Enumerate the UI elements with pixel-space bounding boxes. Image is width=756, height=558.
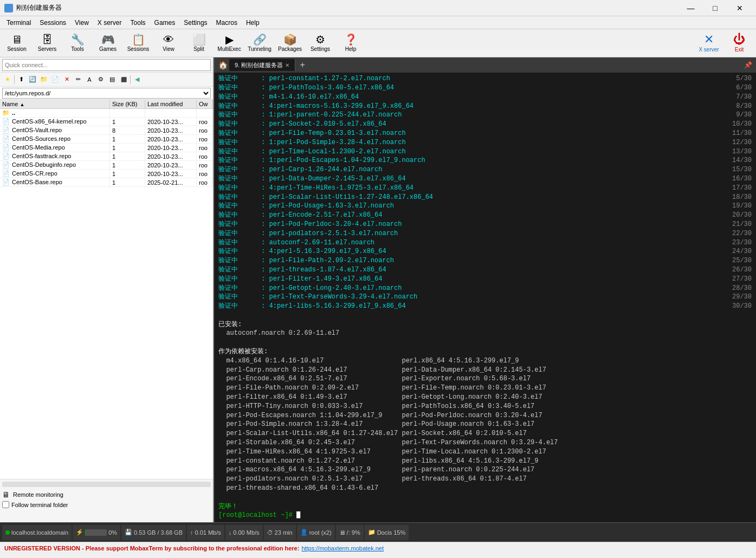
toolbar-xserver[interactable]: ✕ X server xyxy=(694,30,723,56)
toolbar-games[interactable]: 🎮 Games xyxy=(93,30,122,56)
toolbar-servers[interactable]: 🗄 Servers xyxy=(33,30,62,56)
table-row[interactable]: 📄CentOS-Debuginfo.repo12020-10-23...roo xyxy=(0,161,213,170)
menu-games[interactable]: Games xyxy=(150,17,180,29)
scrollbar[interactable] xyxy=(2,482,211,487)
uptime-icon: ⏱ xyxy=(267,529,273,536)
rename-btn[interactable]: ✏ xyxy=(73,74,83,85)
menu-help[interactable]: Help xyxy=(242,17,264,29)
file-name-cell: 📁.. xyxy=(0,109,110,118)
status-uptime[interactable]: ⏱ 23 min xyxy=(264,525,296,540)
file-name-cell: 📄CentOS-Media.repo xyxy=(0,144,110,152)
terminal-line: perl-Filter.x86_64 0:1.49-3.el7 perl-Get… xyxy=(218,393,752,402)
terminal-line: 作为依赖被安装: xyxy=(218,347,752,356)
path-select[interactable]: /etc/yum.repos.d/ xyxy=(2,88,211,99)
toolbar-view[interactable]: 👁 View xyxy=(154,30,183,56)
tab-close-button[interactable]: ✕ xyxy=(285,62,289,68)
file-owner-cell: roo xyxy=(197,135,213,144)
toolbar-multiexec[interactable]: ▶ MultiExec xyxy=(215,30,244,56)
table-row[interactable]: 📄CentOS-Base.repo12025-02-21...roo xyxy=(0,178,213,187)
file-modified-cell: 2025-02-21... xyxy=(145,178,197,187)
terminal-line: 验证中 : perl-Carp-1.26-244.el7.noarch15/30 xyxy=(218,165,752,174)
new-folder-btn[interactable]: 📁 xyxy=(38,74,49,85)
filter-btn[interactable]: A xyxy=(84,74,95,85)
view-btn[interactable]: ▤ xyxy=(107,74,118,85)
status-net-up[interactable]: ↑ 0.01 Mb/s xyxy=(187,525,224,540)
unregistered-label: UNREGISTERED VERSION - Please support Mo… xyxy=(4,545,299,551)
col-modified[interactable]: Last modified xyxy=(145,100,197,109)
table-row[interactable]: 📄CentOS-Media.repo12020-10-23...roo xyxy=(0,144,213,152)
toolbar-split[interactable]: ⬜ Split xyxy=(184,30,214,56)
toolbar-help[interactable]: ❓ Help xyxy=(336,30,365,56)
config-btn[interactable]: ⚙ xyxy=(95,74,106,85)
table-row[interactable]: 📄CentOS-fasttrack.repo12020-10-23...roo xyxy=(0,152,213,161)
xserver-icon: ✕ xyxy=(704,34,714,46)
toolbar-tools[interactable]: 🔧 Tools xyxy=(63,30,92,56)
toolbar-sessions[interactable]: 📋 Sessions xyxy=(124,30,153,56)
col-owner[interactable]: Ow xyxy=(197,100,213,109)
terminal-line: 验证中 : perl-Socket-2.010-5.el7.x86_6410/3… xyxy=(218,120,752,129)
status-root[interactable]: 👤 root (x2) xyxy=(297,525,335,540)
tools-label: Tools xyxy=(71,46,83,52)
view-icon: 👁 xyxy=(163,34,174,45)
menu-view[interactable]: View xyxy=(70,17,93,29)
file-browser[interactable]: Name ▲ Size (KB) Last modified Ow xyxy=(0,100,213,479)
terminal-line: autoconf.noarch 0:2.69-11.el7 xyxy=(218,329,752,338)
terminal-btn[interactable]: ⬛ xyxy=(118,74,129,85)
xserver-label: X server xyxy=(699,47,719,53)
terminal-tab[interactable]: 9. 刚别创建服务器 ✕ xyxy=(229,59,295,71)
menu-xserver[interactable]: X server xyxy=(93,17,126,29)
minimize-button[interactable]: — xyxy=(679,0,703,16)
status-cpu[interactable]: ⚡ 0% xyxy=(73,525,120,540)
toolbar-packages[interactable]: 📦 Packages xyxy=(275,30,305,56)
sftp-icon: 📁 xyxy=(368,529,376,536)
refresh-btn[interactable]: 🔄 xyxy=(27,74,38,85)
tab-pin-button[interactable]: 📌 xyxy=(742,59,754,71)
terminal-line: perl-threads-shared.x86_64 0:1.43-6.el7 xyxy=(218,484,752,493)
new-file-btn[interactable]: 📄 xyxy=(50,74,61,85)
col-size[interactable]: Size (KB) xyxy=(110,100,145,109)
statusbar: localhost.localdomain ⚡ 0% 💾 0.53 GB / 3… xyxy=(0,522,756,542)
terminal-line: 已安装: xyxy=(218,320,752,329)
col-name[interactable]: Name ▲ xyxy=(0,100,110,109)
tab-label: 9. 刚别创建服务器 xyxy=(235,61,283,69)
status-display[interactable]: 🖥 /: 9% xyxy=(336,525,364,540)
menu-tools[interactable]: Tools xyxy=(126,17,150,29)
file-owner-cell xyxy=(197,109,213,118)
bookmark-btn[interactable]: ★ xyxy=(2,74,13,85)
maximize-button[interactable]: □ xyxy=(703,0,727,16)
up-btn[interactable]: ⬆ xyxy=(16,74,27,85)
follow-checkbox[interactable] xyxy=(2,501,9,508)
terminal-line: 验证中 : autoconf-2.69-11.el7.noarch23/30 xyxy=(218,238,752,248)
terminal-output[interactable]: 正在安装 : perl-Data-Dumper-2.145-3.el7.x86_… xyxy=(214,73,756,522)
menu-terminal[interactable]: Terminal xyxy=(2,17,35,29)
left-toolbar: ★ ⬆ 🔄 📁 📄 ✕ ✏ A ⚙ ▤ ⬛ ◀ xyxy=(0,73,213,87)
file-modified-cell: 2020-10-23... xyxy=(145,152,197,161)
home-button[interactable]: 🏠 xyxy=(216,59,229,71)
status-disk[interactable]: 💾 0.53 GB / 3.68 GB xyxy=(121,525,186,540)
menu-sessions[interactable]: Sessions xyxy=(35,17,70,29)
close-button[interactable]: ✕ xyxy=(727,0,752,16)
packages-label: Packages xyxy=(278,46,302,52)
mobatek-link[interactable]: https://mobaxterm.mobatek.net xyxy=(301,545,384,551)
new-tab-button[interactable]: + xyxy=(296,59,308,71)
toolbar-session[interactable]: 🖥 Session xyxy=(2,30,31,56)
cpu-progress-bar xyxy=(85,529,107,536)
table-row[interactable]: 📄CentOS-x86_64-kernel.repo12020-10-23...… xyxy=(0,118,213,126)
status-host[interactable]: localhost.localdomain xyxy=(2,525,72,540)
quick-connect-input[interactable] xyxy=(2,59,211,71)
menu-macros[interactable]: Macros xyxy=(212,17,242,29)
toolbar-exit[interactable]: ⏻ Exit xyxy=(725,30,754,56)
table-row[interactable]: 📁.. xyxy=(0,109,213,118)
toolbar-settings[interactable]: ⚙ Settings xyxy=(306,30,335,56)
table-row[interactable]: 📄CentOS-Sources.repo12020-10-23...roo xyxy=(0,135,213,144)
terminal-line: 验证中 : 1:perl-Pod-Escapes-1.04-299.el7_9.… xyxy=(218,156,752,165)
menu-settings[interactable]: Settings xyxy=(179,17,211,29)
table-row[interactable]: 📄CentOS-Vault.repo82020-10-23...roo xyxy=(0,126,213,135)
terminal-line: perl-podlators.noarch 0:2.5.1-3.el7 perl… xyxy=(218,475,752,484)
table-row[interactable]: 📄CentOS-CR.repo12020-10-23...roo xyxy=(0,170,213,178)
status-net-down[interactable]: ↓ 0.00 Mb/s xyxy=(225,525,263,540)
sidebar-toggle-btn[interactable]: ◀ xyxy=(132,74,143,85)
status-sftp[interactable]: 📁 Docis 15% xyxy=(365,525,409,540)
toolbar-tunneling[interactable]: 🔗 Tunneling xyxy=(245,30,274,56)
delete-btn[interactable]: ✕ xyxy=(61,74,72,85)
